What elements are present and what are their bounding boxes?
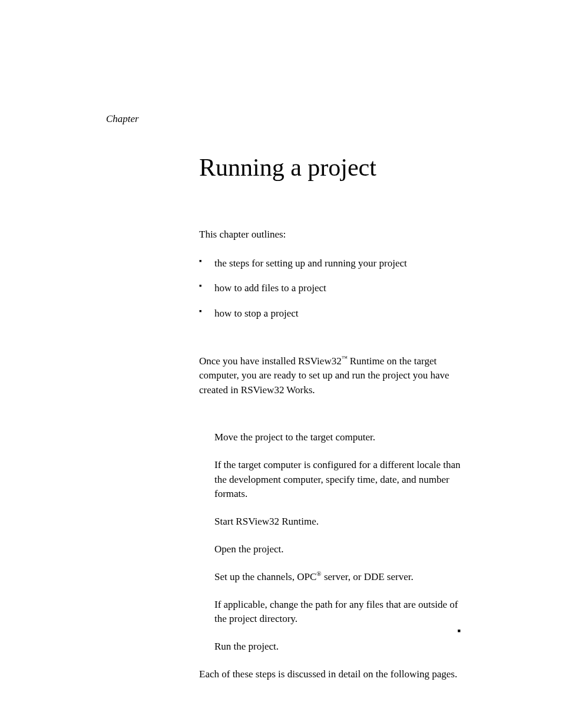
list-item: how to stop a project [199,307,468,321]
paragraph-text: Once you have installed RSView32 [199,355,342,367]
list-item: If the target computer is configured for… [214,458,468,502]
chapter-title: Running a project [199,153,468,182]
list-item: how to add files to a project [199,281,468,296]
list-item: Move the project to the target computer. [214,430,468,445]
list-item: Open the project. [214,542,468,557]
step-text: Set up the channels, OPC [214,571,316,582]
registered-symbol: ® [316,570,321,577]
list-item: Start RSView32 Runtime. [214,515,468,529]
closing-text: Each of these steps is discussed in deta… [199,667,468,682]
intro-text: This chapter outlines: [199,228,468,242]
chapter-label: Chapter [106,113,468,125]
bullet-list: the steps for setting up and running you… [199,256,468,321]
step-text: server, or DDE server. [322,571,414,582]
trademark-symbol: ™ [342,355,348,361]
document-page: Chapter Running a project This chapter o… [0,0,562,728]
content-block: This chapter outlines: the steps for set… [199,228,468,681]
steps-list: Move the project to the target computer.… [214,430,468,654]
list-item: Run the project. [214,640,468,654]
page-marker-icon: ■ [458,628,461,634]
list-item: If applicable, change the path for any f… [214,598,468,627]
body-paragraph: Once you have installed RSView32™ Runtim… [199,354,468,398]
list-item: the steps for setting up and running you… [199,256,468,271]
list-item: Set up the channels, OPC® server, or DDE… [214,569,468,584]
